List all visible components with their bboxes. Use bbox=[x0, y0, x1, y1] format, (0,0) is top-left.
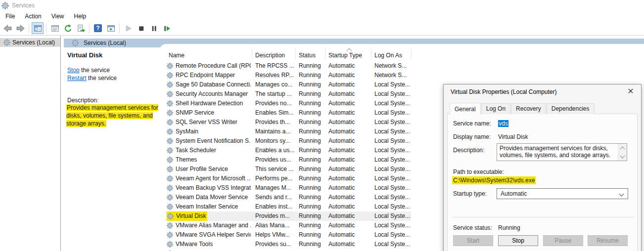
table-row[interactable]: SysMainMaintains a...RunningAutomaticLoc… bbox=[166, 127, 411, 136]
service-name: Veeam Installer Service bbox=[176, 202, 238, 211]
service-status: Running bbox=[299, 80, 327, 89]
menu-file[interactable]: File bbox=[4, 12, 16, 21]
column-header-log-on-as[interactable]: Log On As bbox=[374, 52, 402, 59]
service-name: VMware SVGA Helper Service bbox=[176, 230, 251, 240]
tab-general[interactable]: General bbox=[450, 103, 481, 115]
export-icon bbox=[77, 24, 85, 33]
table-row[interactable]: ThemesProvides us...RunningAutomaticLoca… bbox=[166, 155, 411, 165]
show-console-tree-button[interactable] bbox=[32, 22, 44, 34]
table-row[interactable]: Sage 50 Database Connecti...Manages co..… bbox=[166, 80, 411, 89]
table-row[interactable]: Veeam Data Mover ServiceSends and r...Ru… bbox=[166, 193, 411, 202]
menu-bar: FileActionViewHelp bbox=[0, 11, 644, 21]
table-row[interactable]: Veeam Agent for Microsoft ...Performs pe… bbox=[166, 174, 411, 183]
refresh-button[interactable] bbox=[62, 22, 74, 34]
column-header-startup-type[interactable]: Startup Type bbox=[328, 52, 362, 59]
display-name-value[interactable]: Virtual Disk bbox=[498, 133, 528, 140]
tree-item-services-local[interactable]: Services (Local) bbox=[0, 38, 60, 47]
service-log-on-as: Local Syste... bbox=[374, 165, 411, 174]
startup-type-dropdown[interactable]: Automatic bbox=[497, 188, 628, 199]
service-status: Running bbox=[299, 221, 327, 230]
column-separator bbox=[325, 49, 325, 60]
service-log-on-as: Network S... bbox=[374, 71, 411, 80]
menu-view[interactable]: View bbox=[50, 12, 66, 21]
pause-button[interactable]: Pause bbox=[543, 235, 583, 246]
table-row[interactable]: SQL Server VSS WriterProvides th...Runni… bbox=[166, 118, 411, 127]
service-gear-icon bbox=[167, 213, 174, 219]
service-description: Manages co... bbox=[255, 80, 298, 89]
service-name-value[interactable]: vds bbox=[498, 120, 508, 127]
service-log-on-as: Local Syste... bbox=[374, 80, 411, 89]
stop-service-link[interactable]: Stop bbox=[67, 67, 80, 74]
menu-action[interactable]: Action bbox=[23, 12, 43, 21]
table-row[interactable]: SNMP ServiceEnables Sim...RunningAutomat… bbox=[166, 108, 411, 118]
service-log-on-as: Network S... bbox=[374, 61, 411, 71]
table-row[interactable]: Veeam Backup VSS Integrati...Manages M..… bbox=[166, 183, 411, 193]
table-row[interactable]: VMware ToolsProvides su...RunningAutomat… bbox=[166, 240, 411, 249]
service-gear-icon bbox=[167, 175, 173, 182]
table-row[interactable]: VMware SVGA Helper ServiceHelps VMw...Ru… bbox=[166, 230, 411, 240]
table-row[interactable]: Veeam Installer ServiceEnables inst...Ru… bbox=[166, 202, 411, 211]
close-icon[interactable]: ✕ bbox=[624, 85, 637, 96]
service-description: Maintains a... bbox=[255, 127, 298, 136]
startup-type-value: Automatic bbox=[501, 190, 527, 197]
help-button[interactable]: ? bbox=[92, 22, 104, 34]
service-startup-type: Automatic bbox=[328, 221, 373, 230]
column-header-description[interactable]: Description bbox=[255, 52, 285, 59]
table-row[interactable]: RPC Endpoint MapperResolves RP...Running… bbox=[166, 71, 411, 80]
service-gear-icon bbox=[167, 185, 173, 191]
service-status: Running bbox=[299, 230, 327, 240]
export-list-button[interactable] bbox=[75, 22, 87, 34]
table-row[interactable]: User Profile ServiceThis service ...Runn… bbox=[166, 165, 411, 174]
table-row[interactable]: Remote Procedure Call (RPC)The RPCSS ...… bbox=[166, 61, 411, 71]
service-name-label: Service name: bbox=[453, 120, 491, 127]
service-description: Provides m... bbox=[255, 211, 298, 221]
pause-service-button[interactable] bbox=[148, 22, 160, 34]
table-row[interactable]: System Event Notification S...Monitors s… bbox=[166, 136, 411, 146]
service-status: Running bbox=[299, 99, 327, 108]
properties-button[interactable] bbox=[49, 22, 61, 34]
service-gear-icon bbox=[167, 232, 173, 238]
scroll-up-icon[interactable] bbox=[618, 144, 627, 152]
table-row[interactable]: Task SchedulerEnables a us...RunningAuto… bbox=[166, 146, 411, 155]
scroll-down-icon[interactable] bbox=[618, 152, 627, 161]
service-gear-icon bbox=[167, 194, 173, 201]
column-header-name[interactable]: Name bbox=[169, 52, 184, 59]
column-header-status[interactable]: Status bbox=[299, 52, 316, 59]
service-status: Running bbox=[299, 136, 327, 146]
table-row-partial[interactable] bbox=[166, 249, 411, 251]
service-startup-type: Automatic bbox=[328, 80, 373, 89]
table-row[interactable]: Shell Hardware DetectionProvides no...Ru… bbox=[166, 99, 411, 108]
service-status: Running bbox=[299, 202, 327, 211]
service-description: Enables a us... bbox=[255, 146, 298, 155]
start-service-button[interactable] bbox=[122, 22, 134, 34]
restart-service-button[interactable] bbox=[161, 22, 173, 34]
table-row[interactable]: Virtual DiskProvides m...RunningAutomati… bbox=[166, 211, 411, 221]
service-description: The RPCSS ... bbox=[255, 61, 298, 71]
dialog-button-row: StartStopPauseResume bbox=[453, 235, 628, 246]
tab-log-on[interactable]: Log On bbox=[481, 103, 510, 114]
back-button[interactable] bbox=[1, 22, 13, 34]
forward-button[interactable] bbox=[14, 22, 26, 34]
service-description: Alias Mana... bbox=[255, 221, 298, 230]
service-startup-type: Automatic bbox=[328, 136, 373, 146]
service-gear-icon bbox=[167, 110, 173, 116]
service-status: Running bbox=[299, 108, 327, 118]
tab-recovery[interactable]: Recovery bbox=[511, 103, 546, 114]
tab-dependencies[interactable]: Dependencies bbox=[547, 103, 595, 114]
resume-button[interactable]: Resume bbox=[588, 235, 628, 246]
stop-button[interactable]: Stop bbox=[498, 235, 538, 246]
table-row[interactable]: Security Accounts ManagerThe startup ...… bbox=[166, 89, 411, 99]
service-name: Sage 50 Database Connecti... bbox=[176, 80, 251, 89]
menu-help[interactable]: Help bbox=[73, 12, 88, 21]
service-gear-icon bbox=[167, 63, 173, 69]
stop-service-button[interactable] bbox=[135, 22, 147, 34]
service-startup-type: Automatic bbox=[328, 211, 373, 221]
description-textbox[interactable]: Provides management services for disks, … bbox=[497, 143, 627, 161]
start-button[interactable]: Start bbox=[453, 235, 493, 246]
service-startup-type: Automatic bbox=[328, 183, 373, 193]
extended-view-button[interactable] bbox=[105, 22, 117, 34]
toolbar-separator bbox=[46, 23, 46, 33]
table-row[interactable]: VMware Alias Manager and ...Alias Mana..… bbox=[166, 221, 411, 230]
service-startup-type: Automatic bbox=[328, 61, 373, 71]
restart-service-link[interactable]: Restart bbox=[67, 75, 87, 82]
